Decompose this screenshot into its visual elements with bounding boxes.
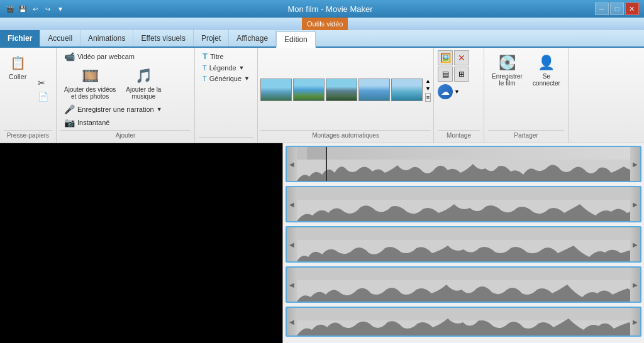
waveform-1 [297,159,630,181]
se-connecter-button[interactable]: 👤 Se connecter [529,50,564,89]
generique-button[interactable]: T Générique ▼ [199,74,253,84]
montages-auto-group: ▲ ▼ ≡ Montages automatiques [258,48,434,143]
timeline-strip-5[interactable]: ◀ ▶ [286,307,641,337]
titre-icon: T [203,52,208,61]
copy-icon: 📄 [38,92,48,102]
save-icon[interactable]: 💾 [18,4,28,14]
music-icon: 🎵 [133,66,153,86]
tab-edition[interactable]: Edition [276,31,316,48]
montage-btn-3[interactable]: ▤ [438,67,453,82]
ajouter-videos-button[interactable]: 🎞️ Ajouter des vidéos et des photos [60,63,119,102]
couper-button[interactable]: ✂ [34,77,52,89]
strip-arrow-right-4: ▶ [630,268,640,302]
strip-content-2 [297,187,630,221]
montage-label: Montage [438,130,480,140]
presse-papiers-group: 📋 Coller ✂ 📄 Presse-papiers [0,48,57,143]
montage-group: 🖼️ ✕ ▤ ⊞ ☁ ▼ Montage [434,48,484,143]
redo-icon[interactable]: ↪ [43,4,53,14]
generique-dropdown[interactable]: ▼ [244,75,250,82]
legende-icon: T [203,64,207,72]
copier-button[interactable]: 📄 [34,90,52,103]
connect-icon: 👤 [536,53,557,73]
tab-animations[interactable]: Animations [80,30,133,46]
paste-icon: 📋 [8,53,28,73]
strip-top-bar-3 [297,227,630,240]
montage-btn-4[interactable]: ⊞ [454,67,469,82]
strip-arrow-left-1: ◀ [287,147,297,181]
waveform-4 [297,280,630,302]
thumbs-expand[interactable]: ≡ [425,93,431,102]
legende-button[interactable]: T Légende ▼ [199,63,248,73]
playhead [326,147,327,181]
strip-arrow-left-5: ◀ [287,308,297,335]
video-webcam-button[interactable]: 📹 Vidéo par webcam [60,50,138,63]
tab-affichage[interactable]: Affichage [229,30,276,46]
tab-projet[interactable]: Projet [194,30,229,46]
insertions-label [199,137,253,140]
thumbs-scroll-up[interactable]: ▲ [425,78,431,84]
cloud-dropdown[interactable]: ▼ [454,89,460,95]
thumbnail-2[interactable] [293,79,325,101]
maximize-button[interactable]: □ [610,3,624,15]
strip-arrow-right-1: ▶ [630,147,640,181]
montage-btn-1[interactable]: 🖼️ [438,50,453,65]
preview-area: 00:00,00/04:25,13 ⊞ ⏮ ▶ ⏭ [0,143,283,343]
partager-group: 💽 Enregistrer le film 👤 Se connecter Par… [484,48,569,143]
dropdown-icon[interactable]: ▼ [55,4,65,14]
dropdown-arrow[interactable]: ▼ [157,106,162,112]
timeline-strip-3[interactable]: ◀ ▶ [286,226,641,263]
thumbs-scroll-down[interactable]: ▼ [425,85,431,92]
timeline-area: ◀ ▶ ◀ ▶ ◀ [283,143,644,343]
coller-button[interactable]: 📋 Coller [4,50,31,83]
camera-icon: 📷 [64,117,75,128]
timeline-strip-1[interactable]: ◀ ▶ [286,146,641,182]
tab-accueil[interactable]: Accueil [40,30,80,46]
ajouter-musique-button[interactable]: 🎵 Ajouter de la musique [122,63,165,102]
preview-screen [0,143,282,343]
thumbnail-4[interactable] [358,79,390,101]
timeline-strip-4[interactable]: ◀ ▶ [286,266,641,303]
titre-button[interactable]: T Titre [199,50,228,62]
thumbnail-1[interactable] [260,79,292,101]
insertions-group: T Titre T Légende ▼ T Générique ▼ [195,48,258,143]
undo-icon[interactable]: ↩ [30,4,40,14]
strip-top-bar-2 [297,187,630,200]
instantane-button[interactable]: 📷 Instantané [60,116,113,129]
outils-tab[interactable]: Outils vidéo [302,18,348,30]
generique-icon: T [203,75,207,82]
title-bar: 🎬 💾 ↩ ↪ ▼ Mon film - Movie Maker ─ □ ✕ [0,0,644,18]
mic-icon: 🎤 [64,104,75,114]
partager-label: Partager [488,130,564,140]
thumbnails-row [260,79,424,101]
legende-dropdown[interactable]: ▼ [239,65,245,71]
main-area: 00:00,00/04:25,13 ⊞ ⏮ ▶ ⏭ ◀ [0,143,644,343]
thumbnail-5[interactable] [391,79,423,101]
enregistrer-film-button[interactable]: 💽 Enregistrer le film [488,50,526,89]
cloud-icon: ☁ [438,84,453,99]
thumbnail-3[interactable] [326,79,357,101]
window-controls: ─ □ ✕ [595,3,639,15]
strip-arrow-right-2: ▶ [630,187,640,221]
strip-arrow-right-5: ▶ [630,308,640,335]
ajouter-group: 📹 Vidéo par webcam 🎞️ Ajouter des vidéos… [57,48,195,143]
tab-effets-visuels[interactable]: Effets visuels [133,30,193,46]
webcam-icon: 📹 [64,52,75,62]
strip-arrow-left-2: ◀ [287,187,297,221]
ribbon-tabs: Fichier Accueil Animations Effets visuel… [0,30,644,48]
close-button[interactable]: ✕ [625,3,639,15]
strip-top-bar-4 [297,268,630,280]
strip-arrow-right-3: ▶ [630,227,640,261]
tab-fichier[interactable]: Fichier [0,30,40,46]
minimize-button[interactable]: ─ [595,3,609,15]
montage-btn-2[interactable]: ✕ [454,50,469,65]
scissors-icon: ✂ [38,78,45,88]
enregistrer-narration-button[interactable]: 🎤 Enregistrer une narration ▼ [60,103,166,116]
save-film-icon: 💽 [497,53,517,73]
window-title: Mon film - Movie Maker [287,4,372,14]
strip-arrow-left-3: ◀ [287,227,297,261]
ribbon: 📋 Coller ✂ 📄 Presse-papiers 📹 Vidéo par … [0,48,644,143]
waveform-3 [297,239,630,261]
quick-access-toolbar: 🎬 💾 ↩ ↪ ▼ [5,4,65,14]
timeline-strip-2[interactable]: ◀ ▶ [286,186,641,222]
waveform-5 [297,313,630,335]
